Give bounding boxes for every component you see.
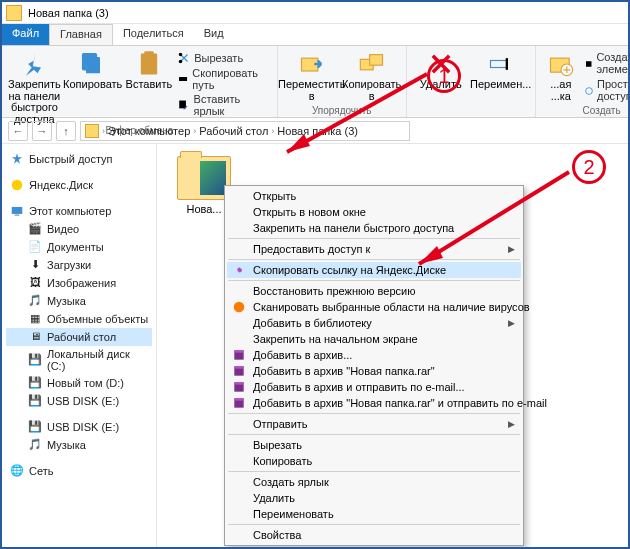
context-menu-item[interactable]: Добавить в архив "Новая папка.rar" и отп… (227, 395, 521, 411)
context-menu-item[interactable]: Переименовать (227, 506, 521, 522)
context-menu-item[interactable]: Восстановить прежнюю версию (227, 283, 521, 299)
svg-rect-7 (179, 101, 186, 109)
context-menu-item[interactable]: Добавить в архив и отправить по e-mail..… (227, 379, 521, 395)
group-create: Создать (542, 105, 630, 117)
context-menu-item[interactable]: Создать ярлык (227, 474, 521, 490)
context-menu-item[interactable]: Свойства (227, 527, 521, 543)
context-menu-item[interactable]: Предоставить доступ к▶ (227, 241, 521, 257)
tab-file[interactable]: Файл (2, 24, 49, 45)
rename-button[interactable]: Переимен... (473, 48, 529, 91)
sidebar-item[interactable]: 🎵Музыка (6, 292, 152, 310)
context-menu: ОткрытьОткрыть в новом окнеЗакрепить на … (224, 185, 524, 546)
svg-rect-3 (144, 51, 153, 56)
svg-point-19 (12, 180, 23, 191)
svg-point-5 (179, 60, 183, 64)
new-item-button[interactable]: Создать элемент ▾ (584, 50, 630, 77)
copy-to-button[interactable]: Копировать в (344, 48, 400, 102)
svg-rect-21 (15, 215, 20, 216)
svg-rect-20 (12, 207, 23, 214)
sidebar-item[interactable]: 💾Новый том (D:) (6, 374, 152, 392)
sidebar-yadisk[interactable]: Яндекс.Диск (6, 176, 152, 194)
context-menu-item[interactable]: Открыть в новом окне (227, 204, 521, 220)
svg-rect-11 (490, 61, 506, 68)
sidebar-item[interactable]: 🎵Музыка (6, 436, 152, 454)
context-menu-item[interactable]: Закрепить на панели быстрого доступа (227, 220, 521, 236)
svg-rect-1 (82, 54, 96, 70)
address-bar: ← → ↑ ›Этот компьютер ›Рабочий стол ›Нов… (2, 118, 628, 144)
ribbon: Закрепить на панели быстрого доступа Коп… (2, 46, 628, 118)
context-menu-item[interactable]: Добавить в библиотеку▶ (227, 315, 521, 331)
context-menu-item[interactable]: Скопировать ссылку на Яндекс.Диске (227, 262, 521, 278)
sidebar-item[interactable]: 🌐Сеть (6, 462, 152, 480)
context-menu-item[interactable]: Копировать (227, 453, 521, 469)
group-organize: Упорядочить (284, 105, 400, 117)
context-menu-item[interactable]: Сканировать выбранные области на наличие… (227, 299, 521, 315)
annotation-1: 1 (427, 59, 461, 93)
copy-path-button[interactable]: Скопировать путь (177, 66, 271, 92)
titlebar: Новая папка (3) (2, 2, 628, 24)
cut-button[interactable]: Вырезать (177, 50, 271, 66)
sidebar-thispc[interactable]: Этот компьютер (6, 202, 152, 220)
move-to-button[interactable]: Переместить в (284, 48, 340, 102)
pin-quick-button[interactable]: Закрепить на панели быстрого доступа (8, 48, 61, 125)
tab-home[interactable]: Главная (49, 24, 113, 45)
new-folder-button[interactable]: ...ая ...ка (542, 48, 580, 102)
svg-rect-24 (234, 350, 243, 352)
breadcrumb[interactable]: ›Этот компьютер ›Рабочий стол ›Новая пап… (80, 121, 410, 141)
folder-icon (85, 124, 99, 138)
copy-button[interactable]: Копировать (65, 48, 121, 91)
tab-share[interactable]: Поделиться (113, 24, 194, 45)
nav-up[interactable]: ↑ (56, 121, 76, 141)
sidebar: Быстрый доступ Яндекс.Диск Этот компьюте… (2, 144, 157, 547)
svg-rect-26 (234, 366, 243, 368)
paste-shortcut-button[interactable]: Вставить ярлык (177, 92, 271, 118)
svg-point-4 (179, 53, 183, 57)
svg-rect-10 (369, 55, 382, 65)
window-title: Новая папка (3) (28, 7, 109, 19)
sidebar-item[interactable]: ⬇Загрузки (6, 256, 152, 274)
tab-view[interactable]: Вид (194, 24, 234, 45)
context-menu-item[interactable]: Удалить (227, 490, 521, 506)
svg-point-16 (586, 87, 593, 94)
sidebar-quick[interactable]: Быстрый доступ (6, 150, 152, 168)
svg-point-22 (234, 302, 245, 313)
svg-rect-6 (179, 77, 187, 81)
sidebar-item[interactable]: 🖥Рабочий стол (6, 328, 152, 346)
sidebar-item[interactable]: 💾USB DISK (E:) (6, 418, 152, 436)
svg-rect-2 (141, 54, 157, 75)
sidebar-item[interactable]: 💾Локальный диск (C:) (6, 346, 152, 374)
nav-fwd[interactable]: → (32, 121, 52, 141)
svg-rect-28 (234, 382, 243, 384)
sidebar-item[interactable]: 📄Документы (6, 238, 152, 256)
context-menu-item[interactable]: Закрепить на начальном экране (227, 331, 521, 347)
paste-button[interactable]: Вставить (125, 48, 174, 91)
context-menu-item[interactable]: Открыть (227, 188, 521, 204)
sidebar-item[interactable]: 🖼Изображения (6, 274, 152, 292)
easy-access-button[interactable]: Простой доступ ▾ (584, 77, 630, 104)
folder-icon (6, 5, 22, 21)
ribbon-tabs: Файл Главная Поделиться Вид (2, 24, 628, 46)
folder-icon (177, 156, 231, 200)
context-menu-item[interactable]: Добавить в архив "Новая папка.rar" (227, 363, 521, 379)
nav-back[interactable]: ← (8, 121, 28, 141)
sidebar-item[interactable]: 💾USB DISK (E:) (6, 392, 152, 410)
context-menu-item[interactable]: Отправить▶ (227, 416, 521, 432)
svg-rect-12 (505, 58, 507, 70)
context-menu-item[interactable]: Вырезать (227, 437, 521, 453)
sidebar-item[interactable]: 🎬Видео (6, 220, 152, 238)
sidebar-item[interactable]: ▦Объемные объекты (6, 310, 152, 328)
context-menu-item[interactable]: Добавить в архив... (227, 347, 521, 363)
annotation-2: 2 (572, 150, 606, 184)
svg-rect-15 (586, 61, 592, 67)
svg-rect-30 (234, 398, 243, 400)
